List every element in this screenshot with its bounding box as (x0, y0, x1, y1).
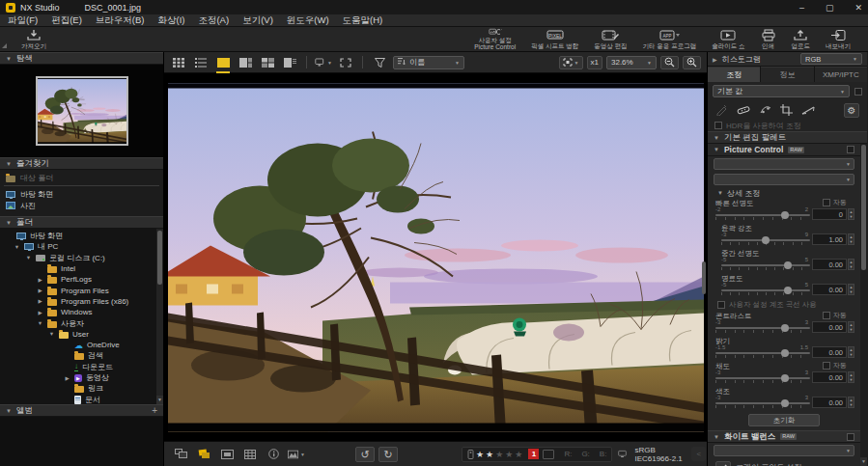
expand-arrow-icon[interactable]: ▶ (37, 298, 43, 304)
slider-track[interactable] (715, 327, 810, 329)
tree-item-mypc[interactable]: ▼내 PC (0, 241, 163, 252)
tree-item-windows[interactable]: ▶Windows (0, 307, 163, 317)
preset-checkbox[interactable] (854, 88, 862, 96)
dual-display-button[interactable] (172, 447, 189, 462)
list-view-button[interactable] (192, 55, 210, 70)
auto-checkbox[interactable] (823, 312, 830, 319)
white-balance-checkbox[interactable] (847, 433, 854, 441)
custom-tone-curve-checkbox[interactable] (717, 301, 725, 309)
label-badge[interactable]: 1 (528, 449, 539, 459)
compare-monitor-button[interactable]: ▼ (315, 55, 332, 70)
scrollbar-thumb[interactable] (157, 231, 162, 285)
scroll-down-arrow[interactable]: ▼ (860, 457, 867, 466)
slider-track[interactable] (715, 402, 810, 404)
tab-adjustments[interactable]: 조정 (708, 67, 760, 82)
red-eye-icon[interactable] (759, 104, 771, 116)
maximize-button[interactable]: ▢ (826, 3, 834, 13)
hdr-checkbox[interactable] (714, 122, 722, 129)
movie-edit-button[interactable]: 동영상 편집 (586, 27, 634, 51)
white-balance-select[interactable]: ▼ (714, 445, 854, 456)
zoom-100-button[interactable]: x1 (587, 56, 602, 69)
menu-image[interactable]: 화상(I) (157, 14, 184, 27)
export-button[interactable]: 내보내기 (818, 27, 858, 51)
tree-item-downloads[interactable]: ↓다운로드 (0, 362, 163, 372)
image-canvas[interactable] (164, 73, 707, 441)
folders-section-header[interactable]: ▼ 폴더 (0, 216, 163, 229)
favorite-desktop[interactable]: 바탕 화면 (0, 188, 163, 200)
gray-point-eyedropper-button[interactable] (715, 461, 731, 466)
spinner-buttons[interactable]: ▲▼ (848, 397, 854, 408)
sort-order-select[interactable]: 이름 ▼ (393, 56, 464, 69)
tree-item-desktop[interactable]: 바탕 화면 (0, 231, 163, 241)
tree-item-onedrive[interactable]: ☁OneDrive (0, 340, 163, 350)
auto-retouch-icon[interactable] (715, 104, 728, 116)
menu-browser[interactable]: 브라우저(B) (96, 14, 145, 27)
zoom-in-button[interactable] (683, 56, 701, 69)
star-4-icon[interactable]: ★ (505, 450, 513, 459)
navigation-section-header[interactable]: ▼ 탐색 (0, 52, 163, 65)
spinner-buttons[interactable]: ▲▼ (848, 233, 854, 245)
retouch-brush-icon[interactable] (737, 104, 750, 116)
slider-track[interactable] (715, 214, 810, 216)
undo-button[interactable]: ↺ (355, 447, 375, 462)
menu-help[interactable]: 도움말(H) (343, 14, 383, 27)
upload-button[interactable]: 업로드 (784, 27, 819, 51)
menu-edit[interactable]: 편집(E) (51, 14, 82, 27)
crop-icon[interactable] (780, 104, 793, 116)
tree-scrollbar[interactable]: ▼ (156, 229, 163, 404)
single-image-view-button[interactable] (214, 55, 232, 70)
star-1-icon[interactable]: ★ (476, 450, 484, 459)
image-info-view-button[interactable] (281, 55, 298, 70)
picture-control-select-2[interactable]: ▼ (714, 174, 854, 185)
thumbnail-grid-view-button[interactable] (170, 55, 187, 70)
expand-arrow-icon[interactable]: ▼ (25, 255, 32, 260)
favorite-target-folder[interactable]: 대상 폴더 (0, 172, 163, 183)
slider-value-input[interactable]: 0.00 (812, 371, 847, 383)
collapse-left-panel-arrow[interactable] (2, 43, 7, 48)
spinner-buttons[interactable]: ▲▼ (848, 259, 854, 270)
tree-item-program-files-x86[interactable]: ▶Program Files (x86) (0, 296, 163, 307)
menu-file[interactable]: 파일(F) (8, 14, 38, 27)
slider-track[interactable] (715, 377, 810, 379)
redo-button[interactable]: ↻ (378, 447, 398, 462)
slider-track[interactable] (715, 352, 810, 354)
grid-overlay-button[interactable] (241, 447, 259, 462)
protect-icon[interactable] (467, 450, 474, 459)
picture-control-select-1[interactable]: ▼ (714, 158, 854, 170)
slider-thumb[interactable] (784, 287, 792, 294)
expand-arrow-icon[interactable]: ▶ (37, 288, 43, 293)
slider-value-input[interactable]: 0.00 (812, 397, 847, 408)
star-3-icon[interactable]: ★ (495, 450, 503, 459)
filmstrip-toggle-button[interactable] (195, 447, 212, 462)
expand-arrow-icon[interactable]: ▼ (48, 331, 55, 337)
frame-display-button[interactable] (218, 447, 236, 462)
spinner-buttons[interactable]: ▲▼ (848, 284, 854, 295)
basic-palette-header[interactable]: ▼ 기본 편집 팔레트 (708, 131, 867, 144)
slider-value-input[interactable]: 0.00 (812, 346, 847, 358)
slider-value-input[interactable]: 0.00 (812, 284, 847, 295)
picture-control-header[interactable]: ▼ Picture Control RAW (708, 144, 860, 156)
navigation-thumbnail[interactable] (36, 76, 128, 146)
slider-track[interactable] (721, 264, 810, 266)
tree-item-user[interactable]: ▼User (0, 329, 163, 340)
tree-item-local-disk-c[interactable]: ▼로컬 디스크 (C:) (0, 253, 163, 263)
menu-adjust[interactable]: 조정(A) (198, 14, 229, 27)
picture-control-button[interactable]: 사용자 설정 Picture Control (466, 27, 523, 51)
slider-thumb[interactable] (781, 324, 789, 332)
filter-button[interactable] (371, 55, 388, 70)
other-apps-button[interactable]: APP 기타 응용 프로그램 (635, 27, 705, 51)
zoom-out-button[interactable] (660, 56, 679, 69)
previous-image-button[interactable]: < (691, 447, 706, 461)
slider-thumb[interactable] (781, 399, 789, 407)
slider-thumb[interactable] (781, 211, 789, 219)
expand-arrow-icon[interactable]: ▼ (14, 244, 20, 250)
import-button[interactable]: 가져오기 (14, 27, 54, 51)
expand-arrow-icon[interactable]: ▶ (37, 310, 43, 315)
tree-item-perflogs[interactable]: ▶PerfLogs (0, 274, 163, 285)
tree-item-videos[interactable]: ▶▶동영상 (0, 372, 163, 383)
print-button[interactable]: 인쇄 (753, 27, 784, 51)
tree-item-program-files[interactable]: ▶Program Files (0, 285, 163, 295)
reset-button[interactable]: 초기화 (748, 414, 820, 426)
scroll-down-arrow[interactable]: ▼ (156, 396, 163, 404)
tree-item-links[interactable]: 링크 (0, 383, 163, 394)
